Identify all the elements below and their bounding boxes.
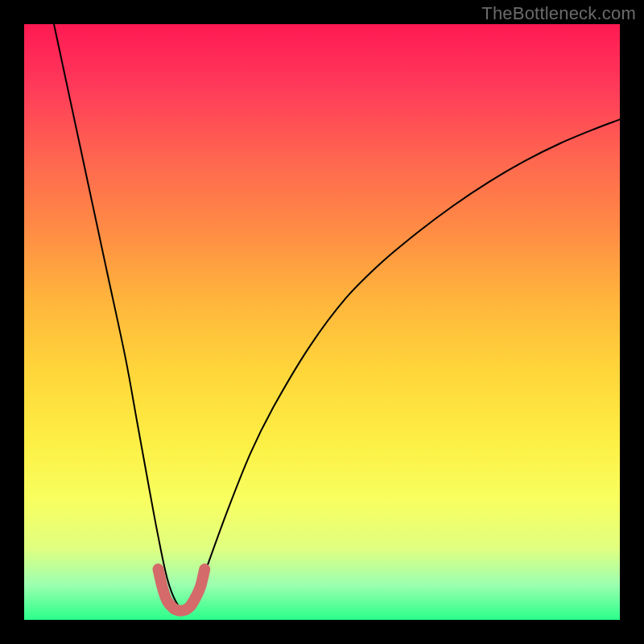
- bottleneck-curve: [54, 24, 620, 611]
- plot-area: [24, 24, 620, 620]
- optimal-trough: [159, 569, 205, 611]
- curve-layer: [24, 24, 620, 620]
- chart-frame: TheBottleneck.com: [0, 0, 644, 644]
- watermark-text: TheBottleneck.com: [481, 3, 636, 24]
